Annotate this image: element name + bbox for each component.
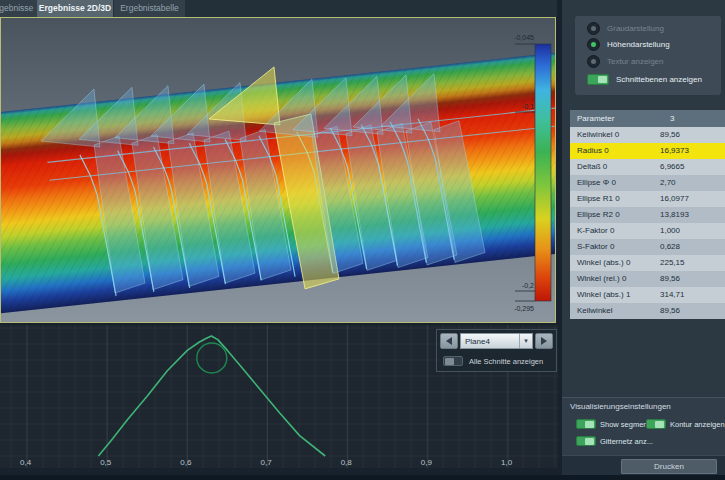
plane-selector-panel: Plane4 ▾ Alle Schnitte anzeigen (436, 329, 557, 372)
profile-plot-panel: 0,40,50,60,70,80,91,0 Plane4 ▾ Alle Schn… (0, 325, 558, 468)
param-value: 16,9373 (658, 143, 725, 159)
toggle-label: Kontur anzeigen (670, 420, 725, 429)
param-name: Deltaß 0 (570, 159, 658, 175)
print-bar: Drucken (562, 455, 725, 476)
param-name: Keilwinkel (570, 303, 658, 319)
alle-schnitte-label: Alle Schnitte anzeigen (469, 357, 543, 366)
display-options-panel: Graudarstellung Höhendarstellung Textur … (575, 16, 721, 95)
param-name: Winkel (abs.) 1 (570, 287, 658, 303)
radio-selected-icon (587, 38, 600, 51)
alle-schnitte-toggle[interactable] (443, 356, 463, 366)
param-value: 13,8193 (658, 207, 725, 223)
bottom-strip (0, 475, 725, 480)
param-value: 6,9665 (658, 159, 725, 175)
table-row[interactable]: Radius 016,9373 (570, 143, 725, 159)
param-name: Keilwinkel 0 (570, 127, 658, 143)
radio-icon (587, 22, 600, 35)
visual-settings-title: Visualisierungseinstellungen (570, 402, 671, 411)
table-header: Parameter 3 (570, 110, 725, 127)
param-value: 1,000 (658, 223, 725, 239)
param-value: 314,71 (658, 287, 725, 303)
show-segments-toggle[interactable] (576, 419, 596, 429)
toggle-label: Gitternetz anz... (600, 437, 653, 446)
toggle-label: Schnittebenen anzeigen (616, 75, 702, 84)
table-row[interactable]: S-Faktor 00,628 (570, 239, 725, 255)
arrow-left-icon (446, 337, 452, 345)
table-row[interactable]: Keilwinkel 089,56 (570, 127, 725, 143)
param-value: 16,0977 (658, 191, 725, 207)
param-name: Radius 0 (570, 143, 658, 159)
param-value: 225,15 (658, 255, 725, 271)
table-row[interactable]: Winkel (abs.) 0225,15 (570, 255, 725, 271)
param-name: Ellipse R2 0 (570, 207, 658, 223)
gitternetz-toggle[interactable] (576, 436, 596, 446)
profile-line (98, 336, 325, 456)
3d-viewport: -0,045 -0,1 -0,2 -0,295 (0, 17, 556, 323)
gitternetz-row: Gitternetz anz... (576, 436, 653, 446)
radio-hoehendarstellung[interactable]: Höhendarstellung (587, 38, 670, 50)
radio-graudarstellung[interactable]: Graudarstellung (587, 22, 664, 34)
x-tick-label: 0,4 (20, 458, 32, 467)
x-tick-label: 0,9 (421, 458, 433, 467)
next-plane-button[interactable] (535, 333, 553, 349)
param-name: Winkel (rel.) 0 (570, 271, 658, 287)
table-row[interactable]: Winkel (abs.) 1314,71 (570, 287, 725, 303)
param-name: S-Faktor 0 (570, 239, 658, 255)
tab-ergebnisse[interactable]: Ergebnisse (0, 0, 38, 17)
param-name: Winkel (abs.) 0 (570, 255, 658, 271)
table-row[interactable]: Keilwinkel89,56 (570, 303, 725, 319)
schnittebenen-toggle[interactable] (587, 74, 609, 85)
colorbar-min-label: -0,295 (514, 305, 534, 312)
kontur-anzeigen-row: Kontur anzeigen (646, 419, 725, 429)
chevron-down-icon: ▾ (519, 334, 532, 348)
table-row[interactable]: K-Faktor 01,000 (570, 223, 725, 239)
parameter-rows: Keilwinkel 089,56Radius 016,9373Deltaß 0… (570, 127, 725, 319)
header-value: 3 (658, 110, 725, 127)
x-tick-label: 0,7 (261, 458, 273, 467)
param-value: 89,56 (658, 303, 725, 319)
param-name: Ellipse Φ 0 (570, 175, 658, 191)
tab-bar: Ergebnisse Ergebnisse 2D/3D Ergebnistabe… (0, 0, 557, 17)
param-value: 2,70 (658, 175, 725, 191)
parameter-table: Parameter 3 Keilwinkel 089,56Radius 016,… (570, 110, 725, 319)
x-tick-label: 0,6 (180, 458, 192, 467)
header-parameter: Parameter (570, 110, 658, 127)
radio-icon (587, 55, 600, 68)
colorbar-tick-label: -0,2 (522, 282, 534, 289)
table-row[interactable]: Ellipse Φ 02,70 (570, 175, 725, 191)
x-tick-label: 0,8 (341, 458, 353, 467)
application-window: Ergebnisse Ergebnisse 2D/3D Ergebnistabe… (0, 0, 725, 480)
table-row[interactable]: Ellipse R1 016,0977 (570, 191, 725, 207)
x-tick-label: 1,0 (501, 458, 513, 467)
show-segments-row: Show segments (576, 419, 653, 429)
param-value: 89,56 (658, 127, 725, 143)
radio-label: Höhendarstellung (607, 40, 670, 49)
plane-dropdown-value: Plane4 (461, 337, 519, 346)
arrow-right-icon (541, 337, 547, 345)
fit-circle (197, 343, 227, 373)
colorbar-tick-label: -0,1 (522, 103, 534, 110)
right-panel: Graudarstellung Höhendarstellung Textur … (562, 0, 725, 480)
radio-label: Textur anzeigen (607, 57, 663, 66)
schnittebenen-toggle-row: Schnittebenen anzeigen (587, 73, 702, 85)
table-row[interactable]: Winkel (rel.) 089,56 (570, 271, 725, 287)
radio-textur-anzeigen[interactable]: Textur anzeigen (587, 55, 663, 67)
param-name: K-Faktor 0 (570, 223, 658, 239)
tab-ergebnistabelle[interactable]: Ergebnistabelle (114, 0, 185, 17)
print-button[interactable]: Drucken (621, 459, 717, 474)
param-value: 89,56 (658, 271, 725, 287)
3d-view[interactable]: -0,045 -0,1 -0,2 -0,295 (1, 18, 555, 322)
visual-settings-panel: Visualisierungseinstellungen Show segmen… (562, 397, 725, 456)
plane-dropdown[interactable]: Plane4 ▾ (460, 333, 533, 349)
colorbar-max-label: -0,045 (514, 34, 534, 41)
param-value: 0,628 (658, 239, 725, 255)
table-row[interactable]: Deltaß 06,9665 (570, 159, 725, 175)
param-name: Ellipse R1 0 (570, 191, 658, 207)
radio-label: Graudarstellung (607, 24, 664, 33)
x-tick-label: 0,5 (100, 458, 112, 467)
prev-plane-button[interactable] (440, 333, 458, 349)
kontur-anzeigen-toggle[interactable] (646, 419, 666, 429)
tab-ergebnisse-2d3d[interactable]: Ergebnisse 2D/3D (37, 0, 113, 17)
table-row[interactable]: Ellipse R2 013,8193 (570, 207, 725, 223)
